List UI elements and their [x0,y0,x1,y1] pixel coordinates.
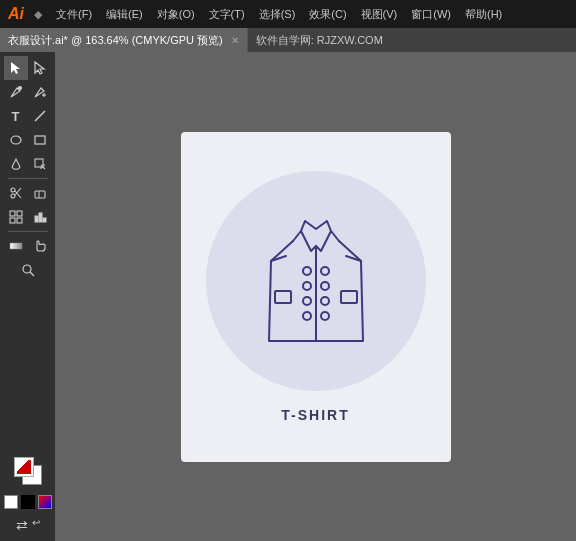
svg-point-36 [321,282,329,290]
symbol-tool[interactable] [4,205,28,229]
tab-design[interactable]: 衣服设计.ai* @ 163.64% (CMYK/GPU 预览) ✕ [0,28,248,52]
fill-color-box [14,457,34,477]
menu-help[interactable]: 帮助(H) [459,5,508,24]
app-logo-icon: ◆ [34,8,42,21]
svg-rect-20 [10,218,15,223]
color-area: ⇄ ↩ [4,453,52,541]
title-bar: Ai ◆ 文件(F) 编辑(E) 对象(O) 文字(T) 选择(S) 效果(C)… [0,0,576,28]
tab-website[interactable]: 软件自学网: RJZXW.COM [248,28,391,52]
direct-select-tool[interactable] [28,56,52,80]
menu-view[interactable]: 视图(V) [355,5,404,24]
tool-row-6 [0,181,55,205]
tab-website-label: 软件自学网: RJZXW.COM [256,33,383,48]
tab-design-label: 衣服设计.ai* @ 163.64% (CMYK/GPU 预览) [8,33,223,48]
menu-select[interactable]: 选择(S) [253,5,302,24]
rect-tool[interactable] [28,128,52,152]
gradient-tool[interactable] [4,234,28,258]
menu-window[interactable]: 窗口(W) [405,5,457,24]
tool-separator-1 [8,178,48,179]
pen-tool[interactable] [4,80,28,104]
svg-point-12 [11,188,15,192]
svg-point-13 [11,194,15,198]
graph-tool[interactable] [28,205,52,229]
transform-tool[interactable] [28,152,52,176]
color-mode-row [4,495,52,509]
svg-point-37 [321,297,329,305]
menu-effect[interactable]: 效果(C) [303,5,352,24]
menu-object[interactable]: 对象(O) [151,5,201,24]
app-logo: Ai [8,5,24,23]
svg-point-38 [321,312,329,320]
gradient-swatch[interactable] [38,495,52,509]
paintbucket-tool[interactable] [4,152,28,176]
swap-colors-icon[interactable]: ⇄ [16,517,28,533]
svg-rect-19 [17,211,22,216]
svg-point-31 [303,267,311,275]
svg-point-34 [303,312,311,320]
svg-line-5 [35,111,45,121]
scissors-tool[interactable] [4,181,28,205]
ellipse-tool[interactable] [4,128,28,152]
menu-text[interactable]: 文字(T) [203,5,251,24]
main-area: T [0,52,576,541]
tool-row-8 [0,234,55,258]
svg-rect-18 [10,211,15,216]
menu-edit[interactable]: 编辑(E) [100,5,149,24]
type-icon: T [12,109,20,124]
select-tool[interactable] [4,56,28,80]
svg-rect-23 [39,213,42,222]
swap-row: ⇄ ↩ [16,517,40,533]
hand-tool[interactable] [28,234,52,258]
color-boxes[interactable] [10,453,46,489]
tool-row-2 [0,80,55,104]
svg-rect-29 [275,291,291,303]
svg-rect-21 [17,218,22,223]
svg-marker-0 [11,62,20,74]
tab-bar: 衣服设计.ai* @ 163.64% (CMYK/GPU 预览) ✕ 软件自学网… [0,28,576,52]
fill-color-swatch [17,460,31,474]
tool-row-4 [0,128,55,152]
svg-line-27 [30,272,34,276]
tool-row-7 [0,205,55,229]
tool-row-1 [0,56,55,80]
tool-separator-2 [8,231,48,232]
tab-close-icon[interactable]: ✕ [231,35,239,46]
circle-background [206,171,426,391]
svg-point-2 [18,87,21,90]
reset-colors-icon[interactable]: ↩ [32,517,40,533]
eraser-tool[interactable] [28,181,52,205]
toolbar: T [0,52,55,541]
svg-rect-25 [10,243,22,249]
tool-row-3: T [0,104,55,128]
svg-point-32 [303,282,311,290]
menu-bar: 文件(F) 编辑(E) 对象(O) 文字(T) 选择(S) 效果(C) 视图(V… [50,5,508,24]
svg-rect-7 [35,136,45,144]
black-swatch[interactable] [21,495,35,509]
card-label: T-SHIRT [281,407,349,423]
svg-rect-16 [35,191,45,198]
svg-rect-24 [43,218,46,222]
canvas-area: T-SHIRT [55,52,576,541]
line-tool[interactable] [28,104,52,128]
svg-rect-22 [35,216,38,222]
tool-row-9 [0,258,55,282]
zoom-tool[interactable] [16,258,40,282]
menu-file[interactable]: 文件(F) [50,5,98,24]
tool-row-5 [0,152,55,176]
add-anchor-tool[interactable] [28,80,52,104]
svg-point-33 [303,297,311,305]
svg-marker-1 [35,62,44,74]
artboard: T-SHIRT [181,132,451,462]
svg-point-26 [23,265,31,273]
svg-point-6 [11,136,21,144]
type-tool[interactable]: T [4,104,28,128]
jacket-icon [251,201,381,361]
white-swatch[interactable] [4,495,18,509]
svg-rect-30 [341,291,357,303]
svg-point-35 [321,267,329,275]
